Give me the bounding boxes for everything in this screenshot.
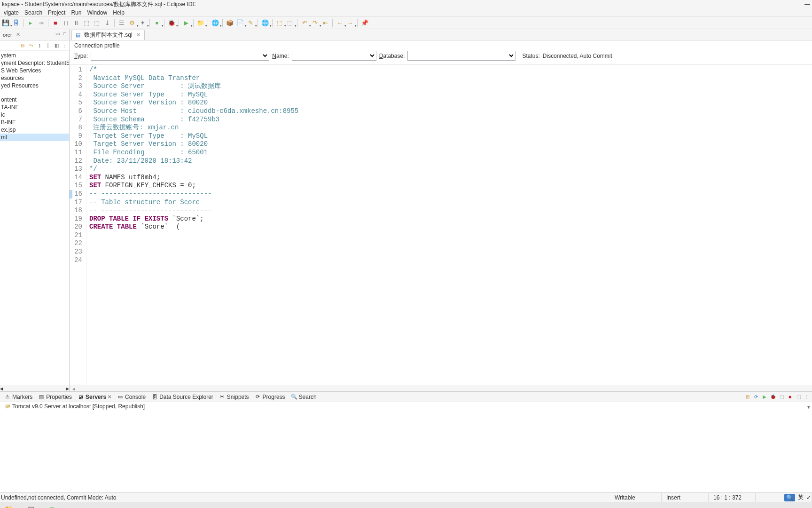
- name-select[interactable]: [292, 51, 376, 61]
- tree-item[interactable]: S Web Services: [0, 67, 69, 74]
- menu-run[interactable]: Run: [68, 9, 84, 16]
- project-tree[interactable]: ystemyment Descriptor: StudentSystemS We…: [0, 51, 69, 385]
- run-dropdown-icon[interactable]: ●: [152, 18, 162, 28]
- new-class-icon[interactable]: 📄: [235, 18, 245, 28]
- horizontal-scrollbar[interactable]: ◂ ▸: [0, 385, 69, 391]
- editor-tab-sql[interactable]: ▤ 数据库脚本文件.sql ✕: [71, 30, 145, 40]
- save-all-icon[interactable]: 🗄: [11, 18, 21, 28]
- menu-help[interactable]: Help: [110, 9, 127, 16]
- new-pkg-icon[interactable]: 📦: [225, 18, 234, 28]
- debug-bug-icon[interactable]: 🐞: [167, 18, 176, 28]
- debug-server-icon[interactable]: 🐞: [770, 394, 776, 400]
- play-icon[interactable]: ▸: [26, 18, 35, 28]
- back-icon[interactable]: ↶: [300, 18, 309, 28]
- file-explorer-icon[interactable]: 📁: [3, 503, 15, 508]
- filter-icon[interactable]: ⫿: [36, 42, 43, 49]
- app-icon[interactable]: ▣: [24, 503, 37, 508]
- tree-item[interactable]: TA-INF: [0, 103, 69, 111]
- taskbar: 📁 ▣ ◉: [0, 502, 812, 508]
- save-icon[interactable]: 💾: [1, 18, 10, 28]
- stop-icon[interactable]: ■: [51, 18, 60, 28]
- publish-icon[interactable]: ⟳: [753, 394, 759, 400]
- collapse-all-icon[interactable]: ⊟: [19, 42, 26, 49]
- view-menu-icon[interactable]: ⋮: [62, 42, 68, 49]
- fwd-icon[interactable]: ↷: [310, 18, 320, 28]
- stop-server-icon[interactable]: ■: [787, 394, 793, 400]
- browser-icon[interactable]: 🌐: [260, 18, 270, 28]
- misc-icon[interactable]: ⬚: [82, 18, 91, 28]
- code-editor[interactable]: 123456789101112131415161718192021222324 …: [70, 65, 812, 385]
- bottom-tab-search[interactable]: 🔍Search: [289, 393, 319, 401]
- focus-icon[interactable]: ◧: [53, 42, 60, 49]
- code-content[interactable]: /* Navicat MySQL Data Transfer Source Se…: [86, 65, 812, 385]
- profile-server-icon[interactable]: ⬚: [778, 394, 785, 400]
- ime-indicator[interactable]: 英: [798, 493, 804, 501]
- separator: |: [45, 42, 51, 49]
- tree-item[interactable]: yment Descriptor: StudentSystem: [0, 59, 69, 67]
- nav-fwd-icon[interactable]: →: [345, 18, 355, 28]
- bottom-tab-snippets[interactable]: ✂Snippets: [217, 393, 251, 401]
- wand-icon[interactable]: ✎: [246, 18, 255, 28]
- pin-icon[interactable]: 📌: [360, 18, 369, 28]
- view-menu-icon[interactable]: ⋮: [804, 394, 810, 400]
- maximize-view-icon[interactable]: □: [62, 30, 68, 37]
- sidebar-tab-row: orer ✕ ▭ □: [0, 29, 69, 40]
- nav-back-icon[interactable]: ←: [335, 18, 344, 28]
- misc-icon[interactable]: ⬚: [92, 18, 102, 28]
- server-item[interactable]: 🖳 Tomcat v9.0 Server at localhost [Stopp…: [5, 403, 807, 410]
- close-icon[interactable]: ✕: [136, 32, 141, 38]
- task-icon[interactable]: ⬚: [285, 18, 295, 28]
- bottom-tab-markers[interactable]: ⚠Markers: [2, 393, 35, 401]
- misc-icon[interactable]: ⤓: [102, 18, 112, 28]
- tree-item[interactable]: ex.jsp: [0, 126, 69, 134]
- server-debug-icon[interactable]: 🌐: [211, 18, 220, 28]
- server-run-icon[interactable]: 📁: [196, 18, 205, 28]
- close-icon[interactable]: ✕: [16, 32, 20, 38]
- explorer-tab[interactable]: orer: [0, 31, 15, 39]
- menu-project[interactable]: Project: [45, 9, 68, 16]
- tree-item[interactable]: ic: [0, 111, 69, 119]
- separator: [114, 19, 115, 27]
- tree-icon[interactable]: ☰: [117, 18, 126, 28]
- minimize-view-icon[interactable]: ▭: [54, 30, 61, 37]
- editor-scrollbar[interactable]: ◂: [70, 385, 812, 391]
- bottom-tab-servers[interactable]: 🖳Servers ✕: [75, 393, 114, 401]
- wechat-icon[interactable]: ◉: [46, 503, 58, 508]
- ime-icon[interactable]: ✓: [806, 494, 811, 501]
- start-server-icon[interactable]: ▶: [761, 394, 768, 400]
- bottom-tab-properties[interactable]: ▤Properties: [36, 393, 74, 401]
- tree-item[interactable]: ystem: [0, 52, 69, 59]
- bottom-tab-data-source-explorer[interactable]: 🗄Data Source Explorer: [149, 393, 216, 401]
- tree-item[interactable]: esources: [0, 74, 69, 82]
- separator: [357, 19, 358, 27]
- tree-item[interactable]: ontent: [0, 96, 69, 103]
- wizard-icon[interactable]: ✦: [138, 18, 147, 28]
- skip-icon[interactable]: ⫼: [61, 18, 70, 28]
- search-chip-icon[interactable]: 🔍: [784, 494, 795, 501]
- server-text: Tomcat v9.0 Server at localhost [Stopped…: [12, 403, 145, 410]
- expand-icon[interactable]: ▾: [807, 404, 810, 410]
- bottom-tab-console[interactable]: ▭Console: [115, 393, 148, 401]
- bottom-tab-progress[interactable]: ⟳Progress: [252, 393, 288, 401]
- task-icon[interactable]: ⬚: [275, 18, 284, 28]
- tab-icon: ▤: [38, 394, 45, 400]
- tree-item[interactable]: yed Resources: [0, 82, 69, 89]
- pause-icon[interactable]: ⏸: [71, 18, 81, 28]
- tree-item[interactable]: ml: [0, 134, 69, 141]
- menu-navigate[interactable]: vigate: [1, 9, 22, 16]
- run-config-icon[interactable]: ▶: [181, 18, 191, 28]
- type-select[interactable]: [91, 51, 269, 61]
- database-select[interactable]: [407, 51, 515, 61]
- step-icon[interactable]: ⇥: [36, 18, 46, 28]
- servers-view[interactable]: 🖳 Tomcat v9.0 Server at localhost [Stopp…: [0, 402, 812, 492]
- menu-window[interactable]: Window: [84, 9, 110, 16]
- home-icon[interactable]: ⇤: [320, 18, 330, 28]
- config-icon[interactable]: ⚙: [127, 18, 137, 28]
- menu-search[interactable]: Search: [22, 9, 45, 16]
- new-server-icon[interactable]: ⊞: [744, 394, 751, 400]
- tree-item[interactable]: B-INF: [0, 119, 69, 126]
- minimize-icon[interactable]: —: [804, 1, 810, 8]
- separator: [297, 19, 297, 27]
- link-editor-icon[interactable]: ⇆: [28, 42, 34, 49]
- publish-server-icon[interactable]: ⬚: [795, 394, 802, 400]
